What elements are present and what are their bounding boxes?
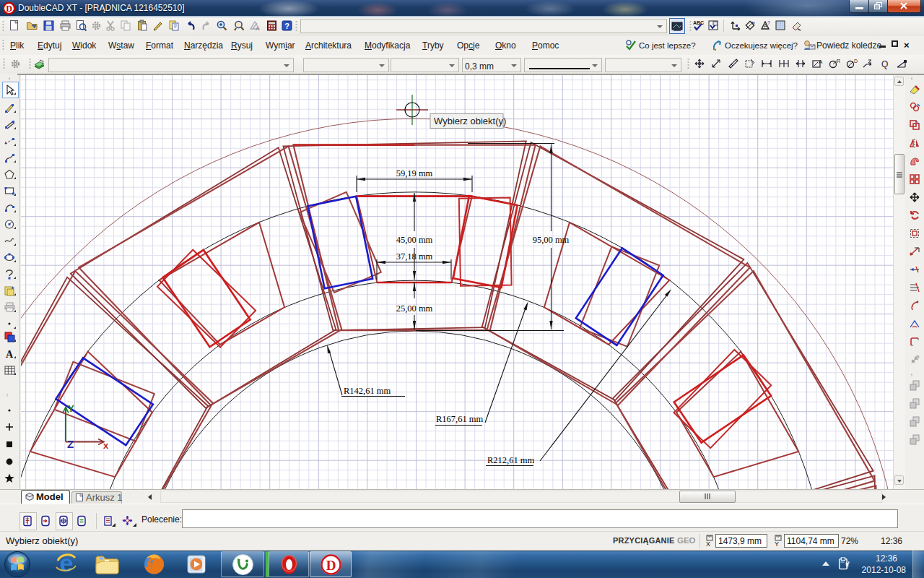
svg-text:95,00 mm: 95,00 mm [533,235,570,245]
svg-text:x: x [103,440,109,451]
svg-text:Wybierz obiekt(y): Wybierz obiekt(y) [434,116,506,126]
svg-text:?: ? [752,21,755,26]
svg-text:X: X [706,540,710,547]
svg-text:Z: Z [67,438,74,450]
svg-text:Q: Q [881,59,888,69]
svg-text:25,00 mm: 25,00 mm [396,303,433,314]
svg-text:59,19 mm: 59,19 mm [396,168,433,178]
svg-text:Y: Y [775,540,779,547]
svg-text:Y: Y [68,403,74,414]
svg-text:D: D [6,4,12,14]
svg-text:R212,61 mm: R212,61 mm [487,455,535,465]
svg-text:R142,61 mm: R142,61 mm [344,386,391,396]
svg-text:?: ? [284,22,289,30]
svg-text:D: D [854,59,858,64]
svg-text:A: A [6,349,14,360]
svg-text:R167,61 mm: R167,61 mm [436,414,484,424]
svg-text:45,00 mm: 45,00 mm [396,235,433,245]
svg-text:A: A [819,59,823,65]
svg-text:A: A [256,25,260,32]
svg-text:R: R [837,59,840,64]
svg-text:D: D [326,558,336,573]
svg-text:ABC: ABC [693,20,704,25]
svg-text:?: ? [767,20,770,25]
